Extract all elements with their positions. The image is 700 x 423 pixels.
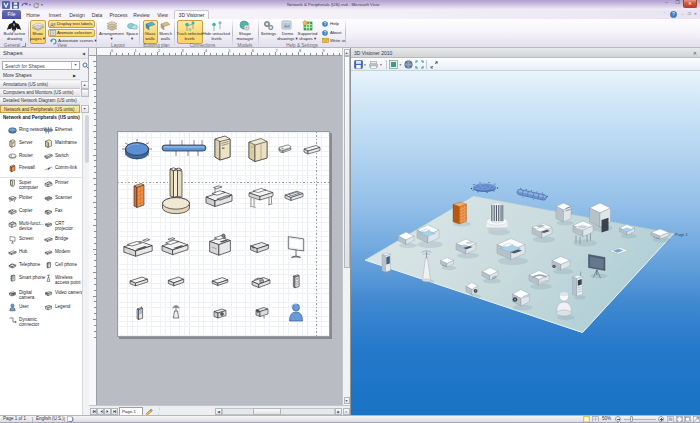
svg-text:A: A bbox=[50, 22, 54, 28]
svg-text:Page 1: Page 1 bbox=[675, 232, 688, 237]
svg-text:?: ? bbox=[672, 11, 675, 17]
